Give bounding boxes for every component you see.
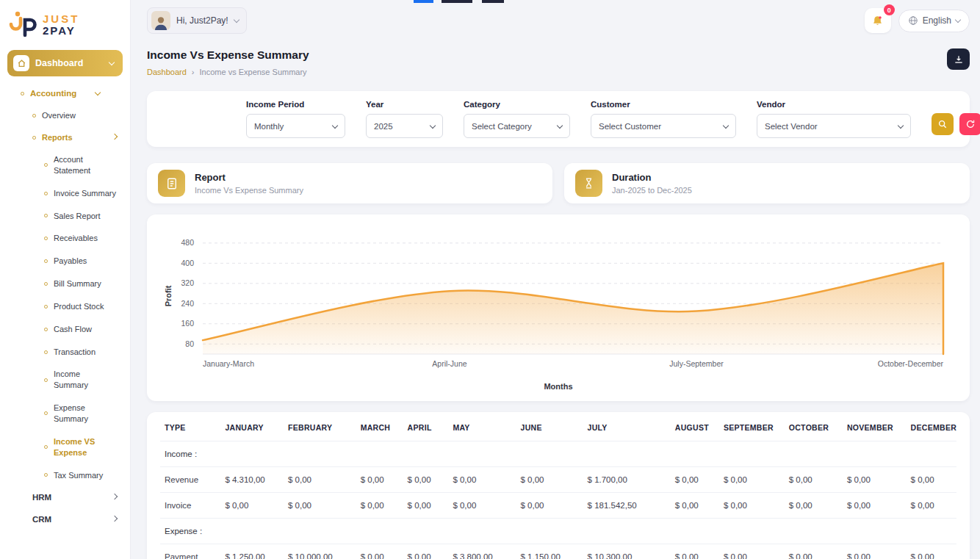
svg-text:400: 400 [181,259,194,267]
hourglass-icon [575,170,602,197]
sidebar-item-receivables[interactable]: Receivables [0,227,130,250]
column-header: MAY [448,414,516,441]
report-card: Report Income Vs Expense Summary [147,163,552,203]
sidebar-item-payables[interactable]: Payables [0,250,130,273]
summary-cards: Report Income Vs Expense Summary Duratio… [147,163,970,203]
category-select[interactable]: Select Category [464,114,570,138]
income-period-label: Income Period [246,100,345,109]
amount-cell: $ 0,00 [907,544,956,559]
profit-chart-card: 80160240320400480January-MarchApril-June… [147,214,970,401]
vendor-select[interactable]: Select Vendor [757,114,911,138]
amount-cell: $ 3.800,00 [448,544,516,559]
download-button[interactable] [947,48,970,70]
bullet-icon [44,192,48,195]
sidebar-item-tax-summary[interactable]: Tax Summary [0,464,130,487]
customer-select[interactable]: Select Customer [591,114,736,138]
column-header: JULY [583,414,671,441]
breadcrumb-dashboard-link[interactable]: Dashboard [147,68,187,76]
logo-text-top: JUST [43,13,79,25]
amount-cell: $ 181.542,50 [583,493,671,519]
browser-tab-artifact [442,0,472,3]
row-type-label: Invoice [160,493,220,519]
year-select[interactable]: 2025 [366,114,443,138]
sidebar-item-reports[interactable]: Reports [0,126,130,148]
amount-cell: $ 0,00 [403,493,449,519]
reset-button[interactable] [959,113,980,135]
bullet-icon [44,282,48,286]
sidebar-item-product-stock[interactable]: Product Stock [0,295,130,318]
amount-cell: $ 1.700,00 [583,467,671,493]
sidebar-dashboard-label: Dashboard [35,58,83,68]
sidebar-item-bill-summary[interactable]: Bill Summary [0,273,130,295]
language-selector[interactable]: English [898,10,970,32]
bullet-icon [32,136,36,140]
table-header-row: TYPEJANUARYFEBRUARYMARCHAPRILMAYJUNEJULY… [160,414,956,441]
language-label: English [923,15,951,26]
table-body: Income :Revenue$ 4.310,00$ 0,00$ 0,00$ 0… [160,441,956,559]
sidebar-item-crm[interactable]: CRM [0,508,130,530]
sidebar-item-income-summary[interactable]: Income Summary [0,363,130,397]
sidebar-item-income-vs-expense[interactable]: Income VS Expense [0,430,130,464]
amount-cell: $ 0,00 [671,467,719,493]
svg-text:Profit: Profit [164,285,173,306]
column-header: OCTOBER [785,414,843,441]
category-label: Category [464,100,570,109]
sidebar-item-hrm[interactable]: HRM [0,486,130,508]
amount-cell: $ 0,00 [220,493,284,519]
chevron-down-icon [557,122,563,128]
chevron-right-icon [112,134,118,140]
sidebar-item-account-statement[interactable]: Account Statement [0,148,130,182]
sidebar-item-overview[interactable]: Overview [0,104,130,126]
column-header: AUGUST [671,414,719,441]
bullet-icon [44,473,48,477]
amount-cell: $ 0,00 [843,544,907,559]
sidebar-item-invoice-summary[interactable]: Invoice Summary [0,182,130,205]
column-header: JANUARY [220,414,284,441]
duration-card-subtitle: Jan-2025 to Dec-2025 [612,186,692,195]
table-row: Expense : [160,519,956,544]
reports-submenu: Account StatementInvoice SummarySales Re… [0,148,130,486]
title-row: Income Vs Expense Summary Dashboard › In… [147,48,970,76]
row-type-label: Revenue [160,467,220,493]
amount-cell: $ 0,00 [907,493,956,519]
breadcrumb: Dashboard › Income vs Expense Summary [147,68,309,76]
income-period-select[interactable]: Monthly [246,114,345,138]
duration-card: Duration Jan-2025 to Dec-2025 [564,163,970,203]
sidebar-item-cash-flow[interactable]: Cash Flow [0,318,130,341]
sidebar-item-accounting[interactable]: Accounting [0,82,130,104]
column-header: FEBRUARY [284,414,356,441]
sidebar-item-sales-report[interactable]: Sales Report [0,205,130,228]
svg-text:80: 80 [185,339,194,348]
section-label: Expense : [160,519,956,544]
sidebar-item-dashboard[interactable]: Dashboard [7,50,123,76]
chevron-down-icon [233,17,239,23]
profit-chart: 80160240320400480January-MarchApril-June… [162,228,955,378]
search-button[interactable] [932,113,954,135]
search-icon [937,119,948,129]
row-type-label: Payment [160,544,220,559]
amount-cell: $ 0,00 [403,467,449,493]
app-logo: JUST 2PAY [0,7,130,48]
bullet-icon [44,305,48,309]
chevron-down-icon [332,122,338,128]
sidebar-item-expense-summary[interactable]: Expense Summary [0,397,130,430]
sidebar-item-transaction[interactable]: Transaction [0,341,130,364]
amount-cell: $ 0,00 [907,467,956,493]
income-expense-table-card: TYPEJANUARYFEBRUARYMARCHAPRILMAYJUNEJULY… [147,412,970,559]
amount-cell: $ 0,00 [403,544,449,559]
report-icon [158,170,185,197]
notifications-button[interactable]: 0 [865,8,891,33]
user-menu[interactable]: Hi, Just2Pay! [147,7,247,34]
logo-text-bottom: 2PAY [43,25,79,37]
top-tools: 0 English [865,8,970,33]
bullet-icon [44,445,48,449]
chevron-down-icon [430,122,436,128]
chevron-down-icon [109,59,115,65]
sidebar: JUST 2PAY Dashboard Accounting Overview … [0,0,130,559]
bullet-icon [44,237,48,240]
bullet-icon [44,214,48,217]
bullet-icon [44,163,48,167]
table-row: Payment$ 1.250,00$ 10.000,00$ 0,00$ 0,00… [160,544,956,559]
svg-text:240: 240 [181,299,194,308]
amount-cell: $ 0,00 [356,493,403,519]
